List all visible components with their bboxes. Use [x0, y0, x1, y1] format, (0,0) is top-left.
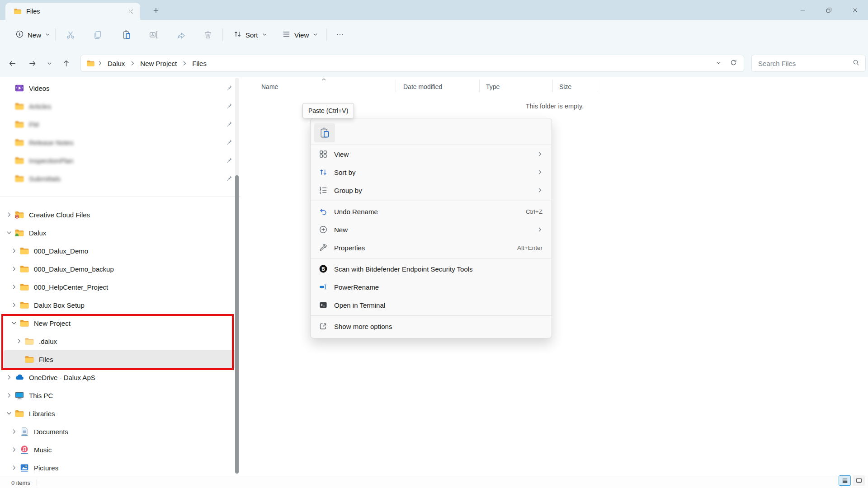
refresh-icon[interactable] — [730, 59, 737, 68]
chevron-right-icon[interactable] — [9, 246, 19, 255]
chevron-down-icon[interactable] — [9, 319, 19, 328]
sidebar-item-libraries[interactable]: Libraries — [4, 404, 238, 422]
sidebar-item-release-notes[interactable]: Release Notes — [4, 133, 238, 151]
chevron-right-icon[interactable] — [5, 373, 14, 382]
context-menu-item-new[interactable]: New — [311, 221, 552, 239]
sidebar-item-this-pc[interactable]: This PC — [4, 386, 238, 404]
search-icon — [852, 59, 860, 68]
share-button[interactable] — [171, 25, 191, 45]
address-dropdown-icon[interactable] — [716, 60, 722, 67]
sidebar-item-000-dalux-demo[interactable]: 000_Dalux_Demo — [4, 242, 238, 260]
back-button[interactable] — [5, 56, 20, 71]
column-divider[interactable] — [396, 80, 396, 92]
column-header-date-modified[interactable]: Date modified — [403, 83, 442, 90]
sidebar-item-label: Videos — [29, 84, 50, 92]
sidebar-item-dalux[interactable]: .dalux — [4, 332, 238, 350]
new-tab-button[interactable] — [149, 5, 163, 16]
pin-icon[interactable] — [225, 84, 233, 92]
pin-icon[interactable] — [225, 174, 233, 183]
chevron-right-icon[interactable] — [9, 282, 19, 291]
context-menu-item-powerrename[interactable]: PowerRename — [311, 278, 552, 296]
sidebar-item-inspectionplan[interactable]: InspectionPlan — [4, 151, 238, 169]
chevron-down-icon[interactable] — [5, 409, 14, 418]
sidebar-item-label: Release Notes — [29, 139, 73, 146]
context-menu-item-label: New — [334, 226, 532, 234]
context-menu-item-undo-rename[interactable]: Undo RenameCtrl+Z — [311, 202, 552, 221]
chevron-right-icon[interactable] — [9, 463, 19, 472]
sidebar-item-000-helpcenter-project[interactable]: 000_HelpCenter_Project — [4, 278, 238, 296]
context-menu-item-sort-by[interactable]: Sort by — [311, 163, 552, 181]
breadcrumb-segment-dalux[interactable]: Dalux — [105, 58, 127, 69]
more-options-button[interactable] — [330, 25, 350, 45]
chevron-right-icon[interactable] — [5, 391, 14, 400]
close-button[interactable] — [842, 0, 868, 20]
explorer-tab[interactable]: Files — [5, 3, 140, 20]
breadcrumb-segment-new-project[interactable]: New Project — [137, 58, 179, 69]
sidebar-item-new-project[interactable]: New Project — [4, 314, 238, 332]
sidebar-item-onedrive-dalux-aps[interactable]: OneDrive - Dalux ApS — [4, 368, 238, 386]
context-menu-item-view[interactable]: View — [311, 145, 552, 163]
tab-close-icon[interactable] — [125, 5, 137, 17]
context-menu-item-scan-with-bitdefender-endpoint-security-tools[interactable]: BScan with Bitdefender Endpoint Security… — [311, 260, 552, 278]
address-bar[interactable]: DaluxNew ProjectFiles — [80, 55, 744, 72]
minimize-button[interactable] — [789, 0, 816, 20]
chevron-right-icon[interactable] — [14, 337, 24, 346]
sidebar-item-videos[interactable]: Videos — [4, 79, 238, 97]
column-divider[interactable] — [597, 80, 597, 92]
column-header-size[interactable]: Size — [559, 83, 571, 90]
pin-icon[interactable] — [225, 102, 233, 110]
sidebar-item-articles[interactable]: Articles — [4, 97, 238, 115]
column-header-type[interactable]: Type — [486, 83, 500, 90]
rename-button[interactable] — [144, 25, 164, 45]
context-menu-item-show-more-options[interactable]: Show more options — [311, 317, 552, 335]
context-menu-item-properties[interactable]: PropertiesAlt+Enter — [311, 239, 552, 257]
sort-button[interactable]: Sort — [228, 26, 273, 43]
chevron-down-icon[interactable] — [5, 228, 14, 237]
sidebar-item-creative-cloud-files[interactable]: Creative Cloud Files — [4, 206, 238, 224]
context-menu-item-open-in-terminal[interactable]: Open in Terminal — [311, 296, 552, 314]
column-divider[interactable] — [552, 80, 553, 92]
sidebar-item-submittals[interactable]: Submittals — [4, 169, 238, 188]
cut-button[interactable] — [61, 25, 80, 45]
paste-button[interactable] — [314, 123, 335, 142]
large-icons-view-button[interactable] — [853, 475, 865, 486]
paste-button[interactable] — [117, 25, 137, 45]
new-button[interactable]: New — [10, 26, 56, 43]
copy-button[interactable] — [88, 25, 108, 45]
sidebar-item-files[interactable]: Files — [4, 350, 238, 368]
chevron-right-icon[interactable] — [5, 210, 14, 219]
folder-icon — [19, 300, 29, 310]
chevron-right-icon[interactable] — [9, 264, 19, 273]
context-menu-item-group-by[interactable]: Group by — [311, 181, 552, 199]
forward-button[interactable] — [24, 56, 40, 71]
pin-icon[interactable] — [225, 120, 233, 128]
search-input[interactable] — [757, 59, 852, 68]
chevron-right-icon[interactable] — [9, 300, 19, 310]
sidebar-item-dalux[interactable]: Dalux — [4, 224, 238, 242]
chevron-right-icon[interactable] — [9, 445, 19, 454]
view-button[interactable]: View — [277, 26, 324, 43]
column-divider[interactable] — [479, 80, 480, 92]
breadcrumb: DaluxNew ProjectFiles — [95, 58, 209, 69]
sidebar-item-documents[interactable]: Documents — [4, 422, 238, 441]
chevron-right-icon[interactable] — [9, 427, 19, 436]
sidebar-item-music[interactable]: Music — [4, 441, 238, 459]
sidebar-item-fm[interactable]: FM — [4, 115, 238, 133]
chevron-right-icon — [127, 60, 137, 67]
recent-locations-button[interactable] — [42, 56, 57, 71]
up-button[interactable] — [58, 56, 74, 71]
delete-button[interactable] — [198, 25, 218, 45]
sidebar-scrollbar-thumb[interactable] — [235, 175, 239, 474]
sidebar-item-label: Pictures — [34, 464, 58, 472]
column-header-name[interactable]: Name — [261, 83, 278, 90]
sidebar-item-dalux-box-setup[interactable]: Dalux Box Setup — [4, 296, 238, 314]
svg-text:B: B — [321, 266, 325, 272]
breadcrumb-segment-files[interactable]: Files — [189, 58, 209, 69]
sidebar-item-pictures[interactable]: Pictures — [4, 459, 238, 477]
maximize-restore-button[interactable] — [816, 0, 842, 20]
pin-icon[interactable] — [225, 138, 233, 146]
pin-icon[interactable] — [225, 156, 233, 164]
sidebar-item-label: Music — [34, 446, 52, 454]
details-view-button[interactable] — [839, 475, 851, 486]
sidebar-item-000-dalux-demo-backup[interactable]: 000_Dalux_Demo_backup — [4, 260, 238, 278]
